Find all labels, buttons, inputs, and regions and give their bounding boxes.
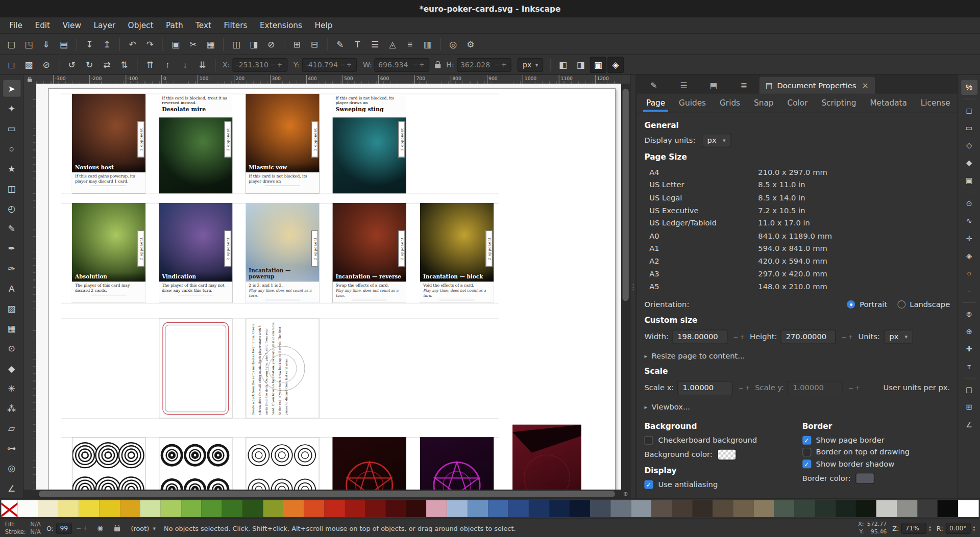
move-patterns-icon[interactable]: ◈ [607,57,624,73]
palette-swatch[interactable] [713,500,733,517]
tool-calligraphy[interactable]: ✑ [3,260,20,276]
palette-swatch[interactable] [795,500,815,517]
palette-swatch[interactable] [672,500,692,517]
objects-dialog-icon[interactable]: ▥ [420,36,436,52]
palette-swatch[interactable] [508,500,529,517]
tool-spiral[interactable]: ◴ [3,200,20,217]
spin-buttons[interactable]: −+ [733,334,746,340]
check-show-border-shadow[interactable]: ✓Show border shadow [802,458,950,470]
units-dropdown[interactable]: px ▾ [518,58,543,71]
palette-swatch[interactable] [242,500,263,517]
deselect-icon[interactable]: ⊘ [38,57,55,73]
palette-swatch[interactable] [692,500,713,517]
card-absolution[interactable]: AbsolutionThe player of this card may di… [72,203,145,303]
scale-stroke-icon[interactable]: ◧ [555,57,571,73]
card-incantation-powerup[interactable]: Incantation — powerup2 is 3, and 1 is 2.… [246,203,319,303]
objects-tab-icon[interactable]: ≣ [729,77,758,94]
flip-horizontal-icon[interactable]: ⇄ [99,57,115,73]
snap-object-centers-icon[interactable]: ⊕ [961,324,977,339]
spin-buttons[interactable]: −+ [738,385,751,391]
text-dialog-icon[interactable]: T [349,36,365,52]
copy-icon[interactable]: ▣ [167,36,184,52]
palette-swatch[interactable] [181,500,202,517]
tool-eraser[interactable]: ▱ [3,420,20,437]
layer-lock-icon[interactable] [111,522,122,533]
viewport[interactable]: Noxious hostIf this card gains powerup, … [36,84,621,490]
palette-swatch[interactable] [345,500,365,517]
snap-midpoints-icon[interactable]: · [961,284,977,298]
custom-units-dropdown[interactable]: px ▾ [884,330,913,344]
redo-icon[interactable]: ↷ [142,36,158,52]
palette-swatch[interactable] [100,500,120,517]
menu-help[interactable]: Help [309,19,338,32]
tool-node-editor[interactable]: ✦ [3,100,20,117]
snap-smooth-nodes-icon[interactable]: ○ [961,266,977,281]
menu-edit[interactable]: Edit [29,19,56,32]
lower-icon[interactable]: ↓ [177,57,193,73]
palette-swatch[interactable] [836,500,856,517]
select-all-layers-icon[interactable]: ▩ [20,57,37,73]
palette-swatch[interactable] [590,500,610,517]
page-size-row[interactable]: A1594.0 x 841.0 mm [644,242,950,255]
menu-view[interactable]: View [57,19,87,32]
tab-color[interactable]: Color [780,94,815,112]
align-dialog-icon[interactable]: ≡ [402,36,418,52]
palette-swatch[interactable] [610,500,631,517]
palette-swatch[interactable] [365,500,385,517]
palette-swatch[interactable] [651,500,672,517]
palette-swatch[interactable] [263,500,283,517]
snap-grids-icon[interactable]: ⊞ [961,400,977,415]
background-color-swatch[interactable] [717,449,736,461]
dialog-tab-document-properties[interactable]: ▤ Document Properties × [760,77,875,94]
palette-swatch[interactable] [488,500,508,517]
fill-stroke-dialog-icon[interactable]: ✎ [332,36,348,52]
palette-swatch[interactable] [468,500,488,517]
find-icon[interactable]: ◎ [445,36,461,52]
palette-swatch[interactable] [120,500,140,517]
check-show-page-border[interactable]: ✓Show page border [802,434,950,446]
palette-swatch[interactable] [38,500,58,517]
palette-swatch[interactable] [17,500,38,517]
palette-swatch[interactable] [222,500,242,517]
tool-bezier-pen[interactable]: ✒ [3,240,20,257]
palette-swatch[interactable] [202,500,222,517]
open-document-icon[interactable]: ◳ [20,36,37,52]
palette-swatch[interactable] [549,500,570,517]
raise-to-top-icon[interactable]: ⇈ [142,57,158,73]
lower-to-bottom-icon[interactable]: ⇊ [194,57,211,73]
tab-grids[interactable]: Grids [713,94,747,112]
snap-nodes-icon[interactable]: ⊙ [961,196,977,211]
snap-page-border-icon[interactable]: ▢ [961,382,977,397]
check-use-antialiasing[interactable]: ✓Use antialiasing [644,479,792,491]
flip-vertical-icon[interactable]: ⇅ [116,57,133,73]
opacity-input[interactable]: 99 [56,522,71,533]
print-icon[interactable]: ▤ [56,36,72,52]
tool-rectangle[interactable]: ▭ [3,120,20,137]
unlink-clone-icon[interactable]: ⊘ [263,36,280,52]
save-document-icon[interactable]: ⇓ [38,36,55,52]
viewbox-expander[interactable]: ▸ Viewbox... [644,400,950,414]
raise-icon[interactable]: ↑ [159,57,176,73]
palette-swatch[interactable] [140,500,161,517]
palette-swatch[interactable] [283,500,304,517]
menu-text[interactable]: Text [190,19,217,32]
tool-ellipse[interactable]: ○ [3,140,20,157]
card-back-sigil[interactable] [420,437,494,490]
palette-swatch[interactable] [406,500,426,517]
display-units-dropdown[interactable]: px ▾ [702,134,731,147]
spin-buttons[interactable]: −+ [412,61,425,68]
spin-buttons[interactable]: ▴▾ [973,524,975,532]
tool-box-3d[interactable]: ◫ [3,180,20,197]
paste-icon[interactable]: ▦ [203,36,219,52]
tab-snap[interactable]: Snap [747,94,780,112]
menu-layer[interactable]: Layer [88,19,121,32]
page-size-row[interactable]: A2420.0 x 594.0 mm [644,255,950,268]
preferences-icon[interactable]: ⚙ [462,36,479,52]
snap-others-icon[interactable]: ⊚ [961,306,977,321]
border-color-swatch[interactable] [855,473,874,484]
palette-swatch[interactable] [917,500,938,517]
layer-visibility-eye-icon[interactable]: ◉ [94,522,106,533]
page-size-row[interactable]: A5148.0 x 210.0 mm [644,280,950,293]
spin-buttons[interactable]: −+ [340,61,353,68]
tool-connector[interactable]: ⊶ [3,440,20,456]
